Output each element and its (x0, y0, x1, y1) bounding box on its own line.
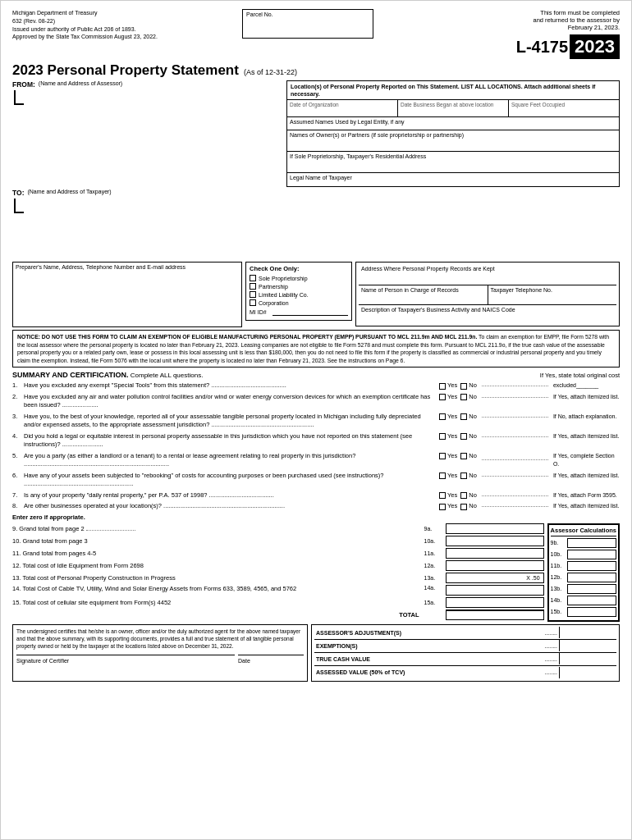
q1-num: 1. (12, 381, 21, 390)
check-sole-prop[interactable]: Sole Proprietorship (250, 275, 348, 281)
q8-no-check[interactable] (460, 504, 467, 510)
sig-label: Signature of Certifier (16, 658, 69, 664)
check-llc[interactable]: Limited Liability Co. (250, 291, 348, 298)
adj-dots-3: ........ (543, 669, 559, 675)
q1-no[interactable]: No (460, 381, 477, 390)
total-box-14[interactable] (446, 585, 544, 596)
q5-yes-check[interactable] (439, 453, 446, 459)
assessor-box-15b[interactable] (567, 607, 616, 617)
from-address-space (12, 107, 283, 152)
adj-box-0[interactable] (559, 627, 616, 638)
q5-yes[interactable]: Yes (439, 452, 457, 461)
q3-no-check[interactable] (460, 413, 467, 420)
q4-num: 4. (12, 432, 21, 441)
assessor-box-13b[interactable] (567, 584, 616, 594)
adj-row-3: ASSESSED VALUE (50% of TCV) ........ (314, 666, 616, 679)
to-label: TO: (12, 189, 24, 197)
q4-no[interactable]: No (460, 432, 477, 441)
assessor-box-14b[interactable] (567, 596, 616, 605)
total-id-12: 12a. (424, 563, 446, 568)
q7-yes-check[interactable] (439, 492, 446, 499)
to-left: TO: (Name and Address of Taxpayer) (12, 189, 283, 260)
assessor-box-12b[interactable] (567, 573, 616, 582)
checkbox-llc[interactable] (250, 291, 256, 298)
label-corporation: Corporation (259, 300, 289, 306)
assessor-id-14b: 14b. (551, 597, 567, 603)
q3-no[interactable]: No (460, 413, 477, 422)
taxpayer-phone-value[interactable] (491, 293, 615, 303)
assessor-box-9b[interactable] (567, 538, 616, 548)
total-box-10[interactable] (446, 536, 544, 546)
adj-box-3[interactable] (559, 667, 616, 678)
q4-yn: Yes No If Yes, attach itemized list. (439, 432, 620, 441)
parcel-box[interactable]: Parcel No. (242, 9, 373, 39)
total-row-13: 13. Total cost of Personal Property Cons… (12, 573, 544, 583)
total-box-15[interactable] (446, 597, 544, 608)
from-section: FROM: (Name and Address of Assessor) Loc… (12, 80, 620, 187)
q3-dots (482, 417, 548, 418)
q6-no[interactable]: No (460, 472, 477, 481)
person-charge-value[interactable] (361, 293, 485, 303)
assessor-box-11b[interactable] (567, 561, 616, 571)
checkbox-sole-prop[interactable] (250, 275, 256, 281)
total-label-12: 12. Total cost of Idle Equipment from Fo… (12, 562, 424, 569)
q6-no-check[interactable] (460, 472, 467, 479)
q7-no[interactable]: No (460, 491, 477, 500)
person-charge-row: Name of Person in Charge of Records Taxp… (359, 285, 616, 305)
q1-no-check[interactable] (460, 383, 467, 390)
q4-no-check[interactable] (460, 433, 467, 440)
total-box-11[interactable] (446, 548, 544, 559)
q3-yes[interactable]: Yes (439, 413, 457, 422)
question-2: 2. Have you excluded any air and water p… (12, 393, 620, 410)
total-box-9[interactable] (446, 523, 544, 534)
q2-no[interactable]: No (460, 393, 477, 402)
q7-no-check[interactable] (460, 492, 467, 499)
q1-yes-check[interactable] (439, 383, 446, 390)
total-box-13[interactable]: X .50 (446, 573, 544, 583)
q6-yes-check[interactable] (439, 472, 446, 479)
biz-activity-value[interactable] (361, 313, 614, 322)
q2-no-check[interactable] (460, 394, 467, 400)
assessor-box-10b[interactable] (567, 550, 616, 559)
owners-row: Names of Owner(s) or Partners (if sole p… (287, 130, 619, 152)
sq-feet-label: Square Feet Occupied (511, 102, 616, 107)
q1-yes[interactable]: Yes (439, 381, 457, 390)
assessor-id-13b: 13b. (551, 586, 567, 591)
adj-dots-2: ........ (543, 656, 559, 662)
adj-label-2: TRUE CASH VALUE (314, 655, 543, 663)
q6-yes[interactable]: Yes (439, 472, 457, 481)
to-row: TO: (Name and Address of Taxpayer) (12, 189, 283, 197)
q3-yes-check[interactable] (439, 413, 446, 420)
q3-text: Have you, to the best of your knowledge,… (24, 413, 436, 430)
check-partnership[interactable]: Partnership (250, 283, 348, 290)
adj-box-1[interactable] (559, 640, 616, 651)
mi-id-field[interactable] (272, 308, 348, 316)
q4-note: If Yes, attach itemized list. (553, 432, 620, 441)
q8-yes-check[interactable] (439, 504, 446, 510)
total-box-12[interactable] (446, 560, 544, 571)
total-box-total[interactable] (446, 609, 544, 620)
sig-field[interactable]: Signature of Certifier (16, 655, 235, 665)
check-corporation[interactable]: Corporation (250, 299, 348, 306)
adj-box-2[interactable] (559, 653, 616, 664)
date-biz-cell: Date Business Began at above location (398, 100, 509, 116)
total-text-15: Total cost of cellular site equipment fr… (22, 599, 171, 606)
q5-no[interactable]: No (460, 452, 477, 461)
q5-no-check[interactable] (460, 453, 467, 459)
date-field[interactable]: Date (238, 655, 304, 665)
q8-yes[interactable]: Yes (439, 502, 457, 511)
q2-yes[interactable]: Yes (439, 393, 457, 402)
adj-label-0: ASSESSOR'S ADJUSTMENT(S) (314, 629, 543, 637)
q7-yes[interactable]: Yes (439, 491, 457, 500)
enter-zero: Enter zero if appropriate. (12, 514, 620, 521)
q4-yes-check[interactable] (439, 433, 446, 440)
q8-no[interactable]: No (460, 502, 477, 511)
adjustments-box: ASSESSOR'S ADJUSTMENT(S) ........ EXEMPT… (311, 624, 620, 682)
checkbox-partnership[interactable] (250, 283, 256, 290)
checkbox-corporation[interactable] (250, 299, 256, 306)
q4-yes[interactable]: Yes (439, 432, 457, 441)
total-text-11: Grand total from pages 4-5 (23, 550, 97, 557)
assessor-calc-title: Assessor Calculations (551, 527, 616, 536)
q2-yes-check[interactable] (439, 394, 446, 400)
q1-dots (482, 386, 548, 386)
